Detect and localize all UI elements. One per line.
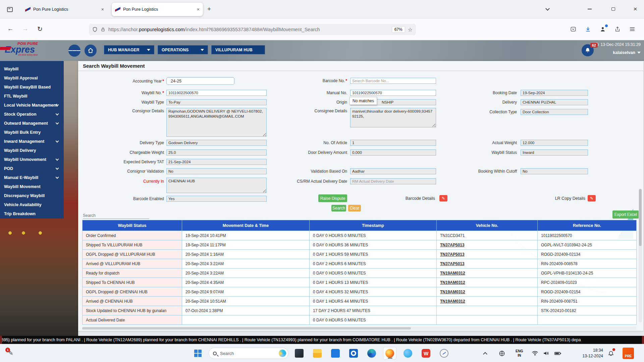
- sidebar-item-local-vehicle-management[interactable]: Local Vehicle Management: [0, 101, 64, 110]
- hamburger-menu-icon[interactable]: [68, 45, 80, 57]
- vehicle-link[interactable]: TN37AP5013: [437, 240, 538, 250]
- raise-dispute-button[interactable]: Raise Dispute: [318, 194, 347, 202]
- accounting-year-select[interactable]: [166, 77, 234, 85]
- share-icon[interactable]: [612, 24, 623, 35]
- vehicle-link[interactable]: TN19AM0312: [437, 278, 538, 287]
- wps-icon[interactable]: W: [419, 347, 433, 360]
- chevron-down-icon: [201, 49, 204, 51]
- start-button[interactable]: [191, 347, 205, 360]
- reload-icon[interactable]: ↻: [34, 23, 46, 35]
- vertical-scrollbar[interactable]: [639, 188, 642, 322]
- wifi-icon[interactable]: [532, 344, 538, 362]
- movement-cell: 20-Sep-2024 9:07AM: [182, 287, 310, 297]
- sidebar-item-pod[interactable]: POD: [0, 164, 64, 173]
- bookmark-star-icon[interactable]: ☆: [408, 26, 413, 33]
- sidebar-item-waybill-delivery[interactable]: Waybill Delivery: [0, 146, 64, 155]
- restore-button[interactable]: [606, 4, 621, 14]
- origin-label: Origin: [266, 100, 347, 105]
- browser-tab-2-active[interactable]: Pon Pure Logistics ×: [112, 3, 203, 16]
- forward-icon[interactable]: →: [19, 23, 31, 35]
- clock[interactable]: 18:34 13-12-2024: [574, 344, 603, 362]
- sidebar-item-vehicle-availability[interactable]: Vehicle Availability: [0, 200, 64, 209]
- sidebar-item-waybill-ewaybill-based[interactable]: Waybill EwayBill Based: [0, 82, 64, 92]
- reference-cell: 10119022500570: [538, 231, 637, 240]
- tab-close-icon[interactable]: ×: [197, 7, 200, 12]
- results-filter-input[interactable]: [83, 212, 149, 219]
- bing-icon[interactable]: [279, 350, 286, 357]
- notification-bell[interactable]: 62: [582, 44, 594, 56]
- barcode-details-edit-icon[interactable]: ✎: [439, 195, 447, 201]
- display-project-icon[interactable]: [499, 344, 505, 362]
- sidebar-item-manual-e-waybill[interactable]: Manual E-Waybill: [0, 173, 64, 182]
- menu-icon[interactable]: [627, 24, 637, 35]
- sidebar-item-waybill-unmovement[interactable]: Waybill Unmovement: [0, 155, 64, 164]
- department-dropdown[interactable]: OPERATIONS: [158, 45, 208, 54]
- list-tabs-icon[interactable]: [540, 4, 555, 14]
- new-tab-button[interactable]: +: [207, 5, 211, 13]
- browser-tab-1[interactable]: Pon Pure Logistics ×: [22, 3, 107, 16]
- timestamp-cell: 0 DAY 1 HOURS 44 MINUTES: [310, 297, 437, 306]
- file-explorer-icon[interactable]: [311, 347, 324, 360]
- microsoft-store-icon[interactable]: [329, 347, 342, 360]
- hub-selector[interactable]: VILLUPURAM HUB: [211, 45, 265, 54]
- firefox-view-icon[interactable]: [5, 5, 15, 14]
- snipping-tool-icon[interactable]: [437, 347, 451, 360]
- outlook-icon[interactable]: [347, 347, 360, 360]
- download-icon[interactable]: [583, 24, 593, 35]
- pre-recording-badge[interactable]: PRE: [623, 344, 634, 362]
- vehicle-link[interactable]: TN37AP5013: [437, 250, 538, 259]
- account-icon[interactable]: [598, 24, 608, 35]
- home-icon[interactable]: [85, 45, 97, 57]
- chevron-down-icon: [56, 139, 59, 142]
- sidebar-item-discrepancy-waybill[interactable]: Discrepancy Waybill: [0, 191, 64, 200]
- pen-app-icon[interactable]: ✎ 1: [4, 347, 17, 360]
- taskbar-search[interactable]: Search: [209, 348, 288, 359]
- vehicle-link[interactable]: TN37AP5013: [437, 259, 538, 268]
- vehicle-link[interactable]: TN19AM0312: [437, 268, 538, 278]
- sidebar-item-waybill-bulk-entry[interactable]: Waybill Bulk Entry: [0, 128, 64, 137]
- sidebar-item-inward-management[interactable]: Inward Management: [0, 137, 64, 146]
- volume-icon[interactable]: [543, 344, 549, 362]
- firefox-icon[interactable]: [383, 347, 396, 360]
- sidebar-item-stock-operation[interactable]: Stock Operation: [0, 110, 64, 119]
- sidebar-item-trip-breakdown[interactable]: Trip Breakdown: [0, 209, 64, 218]
- sidebar-item-waybill-approval[interactable]: Waybill Approval: [0, 73, 64, 82]
- zoom-level-badge[interactable]: 67%: [392, 26, 405, 33]
- brand-logo: PON PURE Expres On time every time: [5, 42, 65, 56]
- back-icon[interactable]: ←: [5, 23, 16, 35]
- reference-cell: ROGD-202409-02134: [538, 250, 637, 259]
- notification-center-bell[interactable]: [608, 344, 614, 362]
- export-excel-button[interactable]: Export Excel: [612, 210, 639, 219]
- url-bar[interactable]: https://anchor.ponpurelogistics.com/inde…: [89, 24, 416, 35]
- role-dropdown[interactable]: HUB MANAGER: [104, 45, 154, 54]
- pocket-icon[interactable]: [568, 24, 578, 35]
- edge-icon[interactable]: [365, 347, 378, 360]
- horizontal-scrollbar[interactable]: [82, 327, 636, 330]
- sidebar-item-ftl-waybill[interactable]: FTL Waybill: [0, 92, 64, 101]
- search-button[interactable]: Search: [331, 205, 346, 212]
- tracking-shield-icon[interactable]: [92, 27, 98, 32]
- sidebar-item-outward-management[interactable]: Outward Management: [0, 119, 64, 128]
- col-timestamp: Timestamp: [310, 220, 437, 231]
- tab-close-icon[interactable]: ×: [101, 7, 104, 12]
- lr-copy-details-edit-icon[interactable]: ✎: [588, 195, 596, 201]
- vehicle-link[interactable]: TN19AM0312: [437, 287, 538, 297]
- task-view-icon[interactable]: [292, 347, 306, 360]
- waybill-no-input[interactable]: [166, 90, 267, 96]
- skype-icon[interactable]: [401, 347, 415, 360]
- language-indicator[interactable]: ENGIN: [516, 344, 523, 362]
- vehicle-link[interactable]: TN19AM0312: [437, 297, 538, 306]
- close-button[interactable]: ×: [628, 4, 643, 14]
- lock-icon[interactable]: [101, 27, 105, 32]
- user-menu[interactable]: kalaiselvan: [613, 50, 641, 55]
- sidebar-item-waybill-movement[interactable]: Waybill Movement: [0, 182, 64, 191]
- delivery-label: Delivery: [447, 100, 517, 105]
- tray-chevron-icon[interactable]: [484, 344, 487, 362]
- sidebar-item-waybill[interactable]: Waybill: [0, 64, 64, 73]
- clear-button[interactable]: Clear: [348, 205, 361, 212]
- barcode-no-input[interactable]: [350, 78, 436, 84]
- battery-icon[interactable]: [554, 344, 561, 362]
- movement-cell: 20-Sep-2024 3:22AM: [182, 268, 310, 278]
- minimize-button[interactable]: [582, 4, 597, 14]
- manual-no-input[interactable]: [350, 90, 436, 96]
